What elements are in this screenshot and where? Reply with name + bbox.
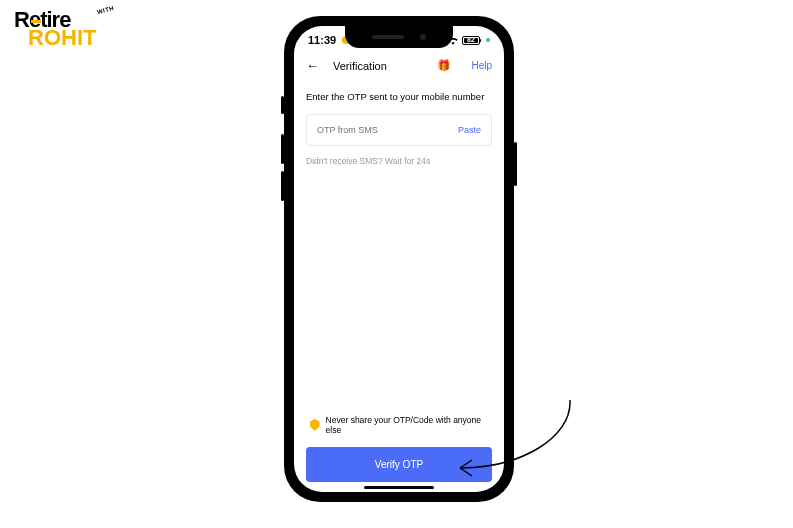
phone-side-button bbox=[281, 96, 284, 114]
speaker-icon bbox=[372, 35, 404, 39]
phone-screen: 11:39 82 ← Verification 🎁 Help Enter the… bbox=[294, 26, 504, 492]
phone-notch bbox=[345, 26, 453, 48]
camera-icon bbox=[420, 34, 426, 40]
page-title: Verification bbox=[333, 60, 423, 72]
resend-wait-text: Didn't receive SMS? Wait for 24s bbox=[306, 156, 492, 166]
phone-side-button bbox=[281, 134, 284, 164]
phone-side-button bbox=[514, 142, 517, 186]
battery-icon: 82 bbox=[462, 36, 480, 45]
gift-icon[interactable]: 🎁 bbox=[437, 59, 451, 72]
shield-icon bbox=[310, 419, 320, 431]
back-arrow-icon[interactable]: ← bbox=[306, 58, 319, 73]
phone-mockup-frame: 11:39 82 ← Verification 🎁 Help Enter the… bbox=[284, 16, 514, 502]
otp-instruction: Enter the OTP sent to your mobile number bbox=[306, 91, 492, 102]
security-warning-row: Never share your OTP/Code with anyone el… bbox=[306, 415, 492, 435]
verify-otp-button[interactable]: Verify OTP bbox=[306, 447, 492, 482]
home-indicator[interactable] bbox=[364, 486, 434, 489]
status-recording-icon bbox=[486, 38, 490, 42]
help-link[interactable]: Help bbox=[471, 60, 492, 71]
paste-button[interactable]: Paste bbox=[458, 125, 481, 135]
status-time: 11:39 bbox=[308, 34, 336, 46]
footer-area: Never share your OTP/Code with anyone el… bbox=[306, 415, 492, 482]
otp-input-container: Paste bbox=[306, 114, 492, 146]
logo-line1: Retire bbox=[14, 10, 96, 30]
content-area: Enter the OTP sent to your mobile number… bbox=[294, 83, 504, 174]
security-warning-text: Never share your OTP/Code with anyone el… bbox=[326, 415, 492, 435]
app-header: ← Verification 🎁 Help bbox=[294, 48, 504, 83]
brand-logo: Retire ROHIT bbox=[14, 10, 96, 48]
phone-side-button bbox=[281, 171, 284, 201]
otp-input[interactable] bbox=[317, 125, 458, 135]
